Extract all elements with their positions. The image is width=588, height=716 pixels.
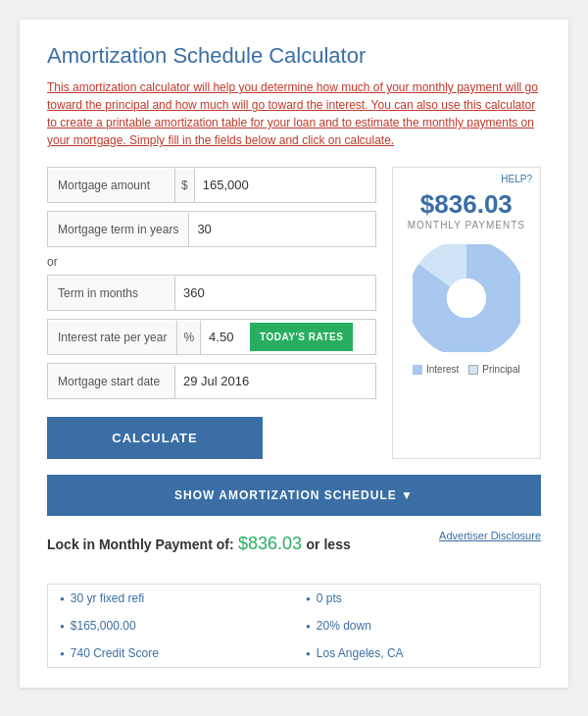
loan-details: ● 30 yr fixed refi ● 0 pts ● $165,000.00… [47, 584, 541, 668]
list-item: ● Los Angeles, CA [294, 639, 540, 667]
monthly-label: MONTHLY PAYMENTS [408, 220, 525, 230]
interest-rate-row: Interest rate per year % TODAY'S RATES [47, 319, 376, 355]
monthly-amount: $836.03 [420, 189, 513, 220]
list-item: ● 740 Credit Score [48, 639, 294, 667]
form-section: Mortgage amount $ Mortgage term in years… [47, 167, 376, 459]
detail-text: 30 yr fixed refi [71, 591, 144, 605]
bullet-icon: ● [60, 622, 65, 631]
pie-legend: Interest Principal [413, 364, 520, 375]
start-date-row: Mortgage start date [47, 363, 376, 399]
detail-text: 740 Credit Score [71, 646, 159, 660]
interest-rate-label: Interest rate per year [48, 321, 177, 354]
legend-interest: Interest [413, 364, 459, 375]
calculator-card: Amortization Schedule Calculator This am… [20, 20, 568, 688]
start-date-input[interactable] [175, 364, 375, 398]
list-item: ● 0 pts [294, 585, 540, 612]
lock-suffix: or less [307, 537, 351, 552]
bullet-icon: ● [60, 594, 65, 603]
mortgage-amount-row: Mortgage amount $ [47, 167, 376, 203]
list-item: ● 20% down [294, 612, 540, 639]
bullet-icon: ● [306, 649, 311, 658]
show-amortization-button[interactable]: SHOW AMORTIZATION SCHEDULE ▼ [47, 475, 541, 516]
pie-chart [413, 244, 520, 352]
principal-dot [468, 365, 478, 375]
term-months-label: Term in months [48, 277, 175, 310]
mortgage-term-input[interactable] [189, 212, 374, 246]
percent-symbol: % [177, 321, 201, 354]
bullet-icon: ● [306, 594, 311, 603]
legend-principal: Principal [468, 364, 519, 375]
detail-text: 20% down [317, 619, 371, 633]
lock-section: Advertiser Disclosure Lock in Monthly Pa… [47, 530, 541, 554]
mortgage-amount-input[interactable] [195, 168, 375, 202]
detail-text: $165,000.00 [71, 619, 136, 633]
list-item: ● 30 yr fixed refi [48, 585, 294, 612]
result-panel: HELP? $836.03 MONTHLY PAYMENTS Interest [392, 167, 541, 459]
lock-heading: Lock in Monthly Payment of: [47, 537, 234, 552]
interest-dot [413, 365, 422, 375]
bullet-icon: ● [60, 649, 65, 658]
description-text: This amortization calculator will help y… [47, 78, 541, 149]
advertiser-disclosure-link[interactable]: Advertiser Disclosure [439, 530, 541, 541]
lock-amount: $836.03 [238, 534, 302, 553]
interest-rate-input[interactable] [201, 320, 250, 354]
today-rates-button[interactable]: TODAY'S RATES [250, 323, 353, 351]
term-months-row: Term in months [47, 275, 376, 311]
term-months-input[interactable] [175, 276, 375, 310]
detail-text: 0 pts [317, 591, 342, 605]
svg-point-2 [447, 279, 486, 318]
start-date-label: Mortgage start date [48, 365, 175, 398]
help-link[interactable]: HELP? [501, 174, 532, 184]
mortgage-amount-label: Mortgage amount [48, 169, 175, 202]
detail-text: Los Angeles, CA [317, 646, 404, 660]
dollar-symbol: $ [175, 169, 195, 202]
bullet-icon: ● [306, 622, 311, 631]
calculate-button[interactable]: CALCULATE [47, 417, 263, 459]
interest-label: Interest [426, 364, 459, 375]
mortgage-term-row: Mortgage term in years [47, 211, 376, 247]
main-area: Mortgage amount $ Mortgage term in years… [47, 167, 541, 459]
mortgage-term-label: Mortgage term in years [48, 213, 189, 246]
or-text: or [47, 255, 376, 269]
loan-details-grid: ● 30 yr fixed refi ● 0 pts ● $165,000.00… [48, 585, 540, 667]
list-item: ● $165,000.00 [48, 612, 294, 639]
principal-label: Principal [482, 364, 519, 375]
page-title: Amortization Schedule Calculator [47, 43, 541, 69]
